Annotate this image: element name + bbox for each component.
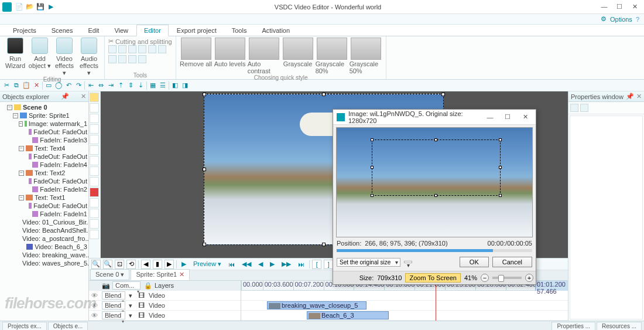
misc2-icon[interactable]: ◨	[181, 81, 189, 90]
style-grayscale50[interactable]: Grayscale 50%	[350, 38, 382, 74]
last-frame-icon[interactable]: ⏭	[296, 261, 307, 268]
object-tree[interactable]: −Scene 0 −Sprite: Sprite1 −Image: waterm…	[0, 102, 88, 321]
style-auto-levels[interactable]: Auto levels	[214, 38, 246, 67]
style-grayscale[interactable]: Grayscale	[282, 38, 314, 67]
tab-export[interactable]: Export project	[170, 25, 224, 36]
tree-item[interactable]: FadeIn: FadeIn3	[25, 136, 87, 144]
tree-item[interactable]: FadeOut: FadeOut	[25, 177, 87, 185]
prev-frame-icon[interactable]: ◀◀	[239, 260, 254, 268]
curve-tool-icon[interactable]	[90, 145, 99, 155]
tree-item[interactable]: −Image: watermark_1	[19, 120, 87, 128]
qat-open-icon[interactable]: 📂	[26, 3, 34, 11]
layer-icon[interactable]: ▦	[149, 81, 157, 90]
redo-icon[interactable]: ↷	[74, 81, 83, 90]
tab-edit[interactable]: Edit	[81, 25, 106, 36]
tree-item[interactable]: FadeIn: FadeIn4	[25, 161, 87, 169]
style-remove-all[interactable]: Remove all	[180, 38, 213, 67]
tool-btn[interactable]	[108, 45, 117, 53]
tree-item[interactable]: Video: Beach_6_3	[19, 243, 87, 251]
arrow-right-icon[interactable]: ▶	[165, 260, 174, 269]
paste-icon[interactable]: 📋	[22, 81, 30, 90]
dialog-zoom-fit-button[interactable]: Zoom To Screen	[405, 273, 461, 283]
step-back-icon[interactable]: ◀	[256, 260, 265, 268]
tree-item[interactable]: FadeIn: FadeIn1	[25, 210, 87, 218]
tree-item[interactable]: −Text: Text2	[19, 169, 87, 177]
tab-view[interactable]: View	[107, 25, 135, 36]
tree-item[interactable]: FadeOut: FadeOut	[25, 128, 87, 136]
clip-beach[interactable]: Beach_6_3	[307, 311, 389, 319]
chart-tool-icon[interactable]	[90, 177, 99, 186]
zoom-in-icon[interactable]: 🔍	[91, 260, 101, 269]
style-grayscale80[interactable]: Grayscale 80%	[316, 38, 348, 74]
crop-rect[interactable]	[372, 140, 501, 196]
blend-mode-dropdown[interactable]: Blend	[102, 301, 125, 309]
prop-cat-icon[interactable]	[580, 104, 588, 112]
tool-btn[interactable]	[138, 45, 146, 53]
video-tool-icon[interactable]	[90, 198, 99, 207]
ok-button[interactable]: OK	[460, 257, 489, 267]
align-right-icon[interactable]: ⇥	[107, 81, 115, 90]
align-middle-icon[interactable]: ⇕	[126, 81, 135, 90]
tab-projects[interactable]: Projects	[6, 25, 43, 36]
tree-item[interactable]: −Text: Text4	[19, 144, 87, 152]
tree-item[interactable]: Video: BeachAndShell...	[19, 226, 87, 234]
split-icon[interactable]: ▮	[153, 260, 162, 269]
tab-activation[interactable]: Activation	[255, 25, 297, 36]
help-icon[interactable]: ?	[636, 16, 639, 23]
style-auto-contrast[interactable]: Auto contrast	[248, 38, 280, 74]
blend-mode-dropdown[interactable]: Blend	[102, 311, 125, 319]
align-center-icon[interactable]: ⇔	[97, 81, 105, 90]
video-effects-button[interactable]: Videoeffects ▾	[53, 38, 76, 76]
counter-tool-icon[interactable]	[90, 188, 99, 197]
tree-item[interactable]: FadeIn: FadeIn2	[25, 185, 87, 193]
shape-rect-icon[interactable]: ▭	[44, 81, 53, 90]
tool-btn[interactable]	[158, 45, 166, 53]
tool-btn[interactable]	[118, 45, 126, 53]
panel-close-icon[interactable]: ✕	[81, 93, 86, 100]
text-tool-icon[interactable]	[90, 103, 99, 113]
prop-sort-icon[interactable]	[570, 104, 578, 112]
dialog-minimize-icon[interactable]: —	[483, 114, 497, 121]
qat-new-icon[interactable]: 📄	[15, 3, 23, 11]
audio-effects-button[interactable]: Audioeffects ▾	[77, 38, 101, 76]
run-wizard-button[interactable]: RunWizard	[4, 38, 27, 69]
tab-scenes[interactable]: Scenes	[44, 25, 80, 36]
shape-circle-icon[interactable]: ◯	[54, 81, 63, 90]
cut-icon[interactable]: ✂	[2, 81, 11, 90]
tree-item[interactable]: −Text: Text1	[19, 193, 87, 202]
dialog-zoom-in[interactable]: +	[525, 274, 533, 282]
pen-tool-icon[interactable]	[90, 156, 99, 165]
mark-out-icon[interactable]: ]	[324, 260, 333, 269]
dialog-close-icon[interactable]: ✕	[518, 113, 532, 121]
audio-tool-icon[interactable]	[90, 219, 99, 229]
qat-save-icon[interactable]: 💾	[36, 3, 44, 11]
image-tool-icon[interactable]	[90, 209, 99, 218]
timeline-tab-sprite1[interactable]: Sprite: Sprite1✕	[131, 269, 190, 280]
preview-dropdown[interactable]: Preview ▾	[191, 260, 224, 268]
play-icon[interactable]: ▶	[179, 260, 189, 268]
rect-tool-icon[interactable]	[90, 124, 99, 134]
align-left-icon[interactable]: ⇤	[87, 81, 95, 90]
tree-item[interactable]: FadeOut: FadeOut	[25, 202, 87, 210]
tab-editor[interactable]: Editor	[136, 25, 169, 36]
tool-btn[interactable]	[148, 45, 156, 53]
align-top-icon[interactable]: ⇡	[117, 81, 125, 90]
zoom-100-icon[interactable]: ⟲	[126, 260, 136, 269]
order-icon[interactable]: ☰	[159, 81, 167, 90]
add-object-button[interactable]: Addobject ▾	[28, 38, 52, 69]
qat-play-icon[interactable]: ▶	[47, 3, 55, 11]
copy-icon[interactable]: ⧉	[12, 81, 20, 90]
delete-icon[interactable]: ✕	[32, 81, 40, 90]
dialog-progress[interactable]	[337, 249, 532, 252]
select-tool-icon[interactable]	[90, 93, 99, 102]
tab-tools[interactable]: Tools	[225, 25, 254, 36]
pin-icon[interactable]: 📌	[61, 93, 69, 100]
next-frame-icon[interactable]: ▶▶	[279, 260, 293, 268]
gear-icon[interactable]: ⚙	[601, 15, 607, 23]
playhead[interactable]	[436, 281, 436, 321]
minimize-icon[interactable]: —	[601, 3, 608, 11]
dialog-maximize-icon[interactable]: ☐	[501, 113, 515, 121]
tool-btn[interactable]	[118, 55, 126, 63]
visibility-toggle[interactable]: 👁	[91, 312, 98, 319]
undo-icon[interactable]: ↶	[64, 81, 73, 90]
